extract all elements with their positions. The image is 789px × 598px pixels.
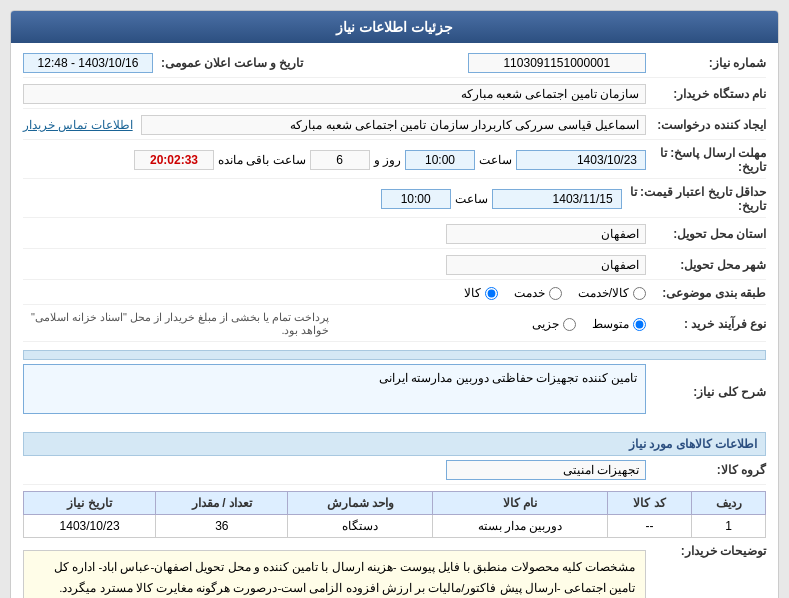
hadaghal-label: حداقل تاریخ اعتبار قیمت: تاتاریخ: — [622, 185, 766, 213]
radio-mottaset[interactable] — [633, 318, 646, 331]
row-sharh-niaz: شرح کلی نیاز: تامین کننده تجهیزات حفاظتی… — [23, 364, 766, 424]
cell-nam_kala: دوربین مدار بسته — [433, 515, 607, 538]
row-shomara-tarikh: شماره نیاز: 1103091151000001 تاریخ و ساع… — [23, 53, 766, 78]
col-tedad: تعداد / مقدار — [156, 492, 288, 515]
now-jozi-label: جزیی — [532, 317, 559, 331]
cell-vahed: دستگاه — [288, 515, 433, 538]
mohlat-remaining: 20:02:33 — [134, 150, 214, 170]
main-container: جزئیات اطلاعات نیاز شماره نیاز: 11030911… — [10, 10, 779, 598]
description-label: توضیحات خریدار: — [646, 544, 766, 558]
cell-tarikh: 1403/10/23 — [24, 515, 156, 538]
hadaghal-time: 10:00 — [381, 189, 451, 209]
ostan-label: استان محل تحویل: — [646, 227, 766, 241]
cell-tedad: 36 — [156, 515, 288, 538]
now-options: متوسط جزیی — [340, 317, 647, 331]
cell-kod_kala: -- — [607, 515, 692, 538]
col-vahed: واحد شمارش — [288, 492, 433, 515]
now-mottaset-label: متوسط — [592, 317, 629, 331]
table-row: 1--دوربین مدار بستهدستگاه361403/10/23 — [24, 515, 766, 538]
tabaghe-option-kala[interactable]: کالا — [464, 286, 498, 300]
radio-kala[interactable] — [485, 287, 498, 300]
gorohe-kala-label: گروه کالا: — [646, 463, 766, 477]
mohlat-time-label: ساعت — [479, 153, 512, 167]
ostan-value: اصفهان — [446, 224, 646, 244]
col-tarikh: تاریخ نیاز — [24, 492, 156, 515]
cell-radif: 1 — [692, 515, 766, 538]
row-description: توضیحات خریدار: مشخصات کلیه محصولات منطب… — [23, 544, 766, 598]
tabaghe-kala-khedmat-label: کالا/خدمت — [578, 286, 629, 300]
sharh-niaz-value: تامین کننده تجهیزات حفاظتی دوربین مدارست… — [23, 364, 646, 414]
col-kod-kala: کد کالا — [607, 492, 692, 515]
mohlat-time: 10:00 — [405, 150, 475, 170]
tarikh-value: 1403/10/16 - 12:48 — [23, 53, 153, 73]
shahr-label: شهر محل تحویل: — [646, 258, 766, 272]
row-tabaghe: طبقه بندی موضوعی: کالا/خدمت خدمت کالا — [23, 286, 766, 305]
row-shahr: شهر محل تحویل: اصفهان — [23, 255, 766, 280]
hadaghal-date: 1403/11/15 — [492, 189, 622, 209]
nam-dastgah-value: سازمان تامین اجتماعی شعبه مبارکه — [23, 84, 646, 104]
tarikh-label: تاریخ و ساعت اعلان عمومی: — [153, 56, 303, 70]
tabaghe-option-kala-khedmat[interactable]: کالا/خدمت — [578, 286, 646, 300]
radio-jozi[interactable] — [563, 318, 576, 331]
row-ijad-konande: ایجاد کننده درخواست: اسماعیل قیاسی سررکی… — [23, 115, 766, 140]
sharh-niaz-section-header — [23, 350, 766, 360]
hadaghal-details: 1403/11/15 ساعت 10:00 — [23, 189, 622, 209]
tabaghe-options: کالا/خدمت خدمت کالا — [23, 286, 646, 300]
row-gorohe-kala: گروه کالا: تجهیزات امنیتی — [23, 460, 766, 485]
radio-khedmat[interactable] — [549, 287, 562, 300]
row-hadaghal: حداقل تاریخ اعتبار قیمت: تاتاریخ: 1403/1… — [23, 185, 766, 218]
kalaها-section-header: اطلاعات کالاهای مورد نیاز — [23, 432, 766, 456]
row-now-farayand: نوع فرآیند خرید : متوسط جزیی پرداخت تمام… — [23, 311, 766, 342]
sharh-niaz-label: شرح کلی نیاز: — [646, 385, 766, 399]
col-nam-kala: نام کالا — [433, 492, 607, 515]
shahr-value: اصفهان — [446, 255, 646, 275]
mohlat-date: 1403/10/23 — [516, 150, 646, 170]
page-title: جزئیات اطلاعات نیاز — [336, 19, 453, 35]
shomara-niaz-label: شماره نیاز: — [646, 56, 766, 70]
row-mohlat: مهلت ارسال پاسخ: تاتاریخ: 1403/10/23 ساع… — [23, 146, 766, 179]
mohlat-remaining-label: ساعت باقی مانده — [218, 153, 306, 167]
col-radif: ردیف — [692, 492, 766, 515]
kala-table: ردیف کد کالا نام کالا واحد شمارش تعداد /… — [23, 491, 766, 538]
mohlat-day-label: روز و — [374, 153, 401, 167]
tabaghe-option-khedmat[interactable]: خدمت — [514, 286, 562, 300]
now-option-jozi[interactable]: جزیی — [532, 317, 576, 331]
description-value: مشخصات کلیه محصولات منطبق با فایل پیوست … — [23, 550, 646, 598]
row-nam-dastgah: نام دستگاه خریدار: سازمان تامین اجتماعی … — [23, 84, 766, 109]
row-ostan: استان محل تحویل: اصفهان — [23, 224, 766, 249]
ijad-konande-label: ایجاد کننده درخواست: — [646, 118, 766, 132]
mohlat-label: مهلت ارسال پاسخ: تاتاریخ: — [646, 146, 766, 174]
tabaghe-khedmat-label: خدمت — [514, 286, 545, 300]
nam-dastgah-label: نام دستگاه خریدار: — [646, 87, 766, 101]
mohlat-details: 1403/10/23 ساعت 10:00 روز و 6 ساعت باقی … — [23, 150, 646, 170]
tabaghe-kala-label: کالا — [464, 286, 481, 300]
gorohe-kala-value: تجهیزات امنیتی — [446, 460, 646, 480]
now-note: پرداخت تمام یا بخشی از مبلغ خریدار از مح… — [23, 311, 330, 337]
content-area: شماره نیاز: 1103091151000001 تاریخ و ساع… — [11, 43, 778, 598]
page-header: جزئیات اطلاعات نیاز — [11, 11, 778, 43]
hadaghal-time-label: ساعت — [455, 192, 488, 206]
now-option-mottaset[interactable]: متوسط — [592, 317, 646, 331]
kalaها-section-label: اطلاعات کالاهای مورد نیاز — [629, 437, 757, 451]
radio-kala-khedmat[interactable] — [633, 287, 646, 300]
mohlat-days: 6 — [310, 150, 370, 170]
contact-link[interactable]: اطلاعات تماس خریدار — [23, 118, 133, 132]
ijad-konande-value: اسماعیل قیاسی سررکی کاربردار سازمان تامی… — [141, 115, 646, 135]
now-farayand-label: نوع فرآیند خرید : — [646, 317, 766, 331]
tabaghe-label: طبقه بندی موضوعی: — [646, 286, 766, 300]
shomara-niaz-value: 1103091151000001 — [468, 53, 646, 73]
